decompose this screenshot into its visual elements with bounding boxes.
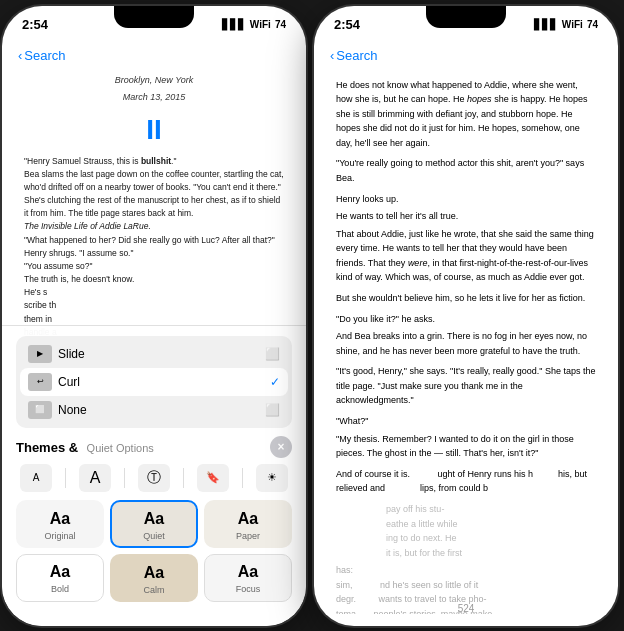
time-right: 2:54 xyxy=(334,17,360,32)
slide-label: Slide xyxy=(58,347,85,361)
transition-slide[interactable]: ▶ Slide ⬜ xyxy=(20,340,288,368)
signal-icon-right: ▋▋▋ xyxy=(534,19,558,30)
status-bar-right: 2:54 ▋▋▋ WiFi 74 xyxy=(314,6,618,38)
font-small-a: A xyxy=(33,472,40,483)
font-large-a: A xyxy=(90,469,101,487)
theme-bold-name: Bold xyxy=(51,584,69,594)
back-label-left: Search xyxy=(24,48,65,63)
book-date: March 13, 2015 xyxy=(24,91,284,105)
theme-calm[interactable]: Aa Calm xyxy=(110,554,198,602)
font-separator-1 xyxy=(65,468,66,488)
status-bar-left: 2:54 ▋▋▋ WiFi 74 xyxy=(2,6,306,38)
font-separator-2 xyxy=(124,468,125,488)
theme-quiet-name: Quiet xyxy=(143,531,165,541)
chevron-left-icon: ‹ xyxy=(18,48,22,63)
theme-original-name: Original xyxy=(44,531,75,541)
transition-none[interactable]: ⬜ None ⬜ xyxy=(20,396,288,424)
back-button-right[interactable]: ‹ Search xyxy=(330,48,378,63)
wifi-icon-right: WiFi xyxy=(562,19,583,30)
wifi-icon: WiFi xyxy=(250,19,271,30)
none-icon: ⬜ xyxy=(28,401,52,419)
theme-paper[interactable]: Aa Paper xyxy=(204,500,292,548)
book-text-left: "Henry Samuel Strauss, this is bullshit.… xyxy=(24,155,284,339)
font-controls: A A Ⓣ 🔖 ☀ xyxy=(16,464,292,492)
theme-quiet[interactable]: Aa Quiet xyxy=(110,500,198,548)
book-content-right: He does not know what happened to Addie,… xyxy=(314,74,618,614)
font-flag-icon: 🔖 xyxy=(206,471,220,484)
battery-left: 74 xyxy=(275,19,286,30)
theme-bold[interactable]: Aa Bold xyxy=(16,554,104,602)
font-large-button[interactable]: A xyxy=(79,464,111,492)
time-left: 2:54 xyxy=(22,17,48,32)
font-separator-3 xyxy=(183,468,184,488)
theme-paper-preview: Aa xyxy=(238,510,258,528)
transition-options: ▶ Slide ⬜ ↩ Curl ✓ ⬜ None xyxy=(16,336,292,428)
book-chapter: II xyxy=(24,109,284,151)
theme-grid: Aa Original Aa Quiet Aa Paper Aa Bold Aa xyxy=(16,500,292,602)
theme-original[interactable]: Aa Original xyxy=(16,500,104,548)
font-type-icon: Ⓣ xyxy=(147,469,161,487)
book-content-left: Brooklyn, New York March 13, 2015 II "He… xyxy=(2,74,306,354)
status-icons-left: ▋▋▋ WiFi 74 xyxy=(222,19,286,30)
brightness-button[interactable]: ☀ xyxy=(256,464,288,492)
slide-icon: ▶ xyxy=(28,345,52,363)
curl-icon: ↩ xyxy=(28,373,52,391)
theme-calm-name: Calm xyxy=(143,585,164,595)
theme-paper-name: Paper xyxy=(236,531,260,541)
slide-check: ⬜ xyxy=(265,347,280,361)
nav-bar-left: ‹ Search xyxy=(2,38,306,74)
transition-curl[interactable]: ↩ Curl ✓ xyxy=(20,368,288,396)
back-label-right: Search xyxy=(336,48,377,63)
close-button[interactable]: × xyxy=(270,436,292,458)
nav-bar-right: ‹ Search xyxy=(314,38,618,74)
theme-focus-preview: Aa xyxy=(238,563,258,581)
theme-quiet-preview: Aa xyxy=(144,510,164,528)
theme-focus-name: Focus xyxy=(236,584,261,594)
none-check: ⬜ xyxy=(265,403,280,417)
theme-calm-preview: Aa xyxy=(144,564,164,582)
themes-title: Themes & xyxy=(16,440,78,455)
signal-icon: ▋▋▋ xyxy=(222,19,246,30)
theme-focus[interactable]: Aa Focus xyxy=(204,554,292,602)
curl-check: ✓ xyxy=(270,375,280,389)
right-phone: 2:54 ▋▋▋ WiFi 74 ‹ Search He does not kn… xyxy=(314,6,618,626)
font-separator-4 xyxy=(242,468,243,488)
status-icons-right: ▋▋▋ WiFi 74 xyxy=(534,19,598,30)
themes-subtitle: Quiet Options xyxy=(87,442,154,454)
bottom-panel: ▶ Slide ⬜ ↩ Curl ✓ ⬜ None xyxy=(2,325,306,626)
book-location: Brooklyn, New York xyxy=(24,74,284,88)
battery-right: 74 xyxy=(587,19,598,30)
theme-original-preview: Aa xyxy=(50,510,70,528)
phones-container: 2:54 ▋▋▋ WiFi 74 ‹ Search Brooklyn, New … xyxy=(2,6,622,626)
font-type-button[interactable]: Ⓣ xyxy=(138,464,170,492)
left-phone: 2:54 ▋▋▋ WiFi 74 ‹ Search Brooklyn, New … xyxy=(2,6,306,626)
font-flag-button[interactable]: 🔖 xyxy=(197,464,229,492)
page-number: 524 xyxy=(458,603,475,614)
chevron-left-icon-right: ‹ xyxy=(330,48,334,63)
brightness-icon: ☀ xyxy=(267,471,277,484)
curl-label: Curl xyxy=(58,375,80,389)
font-small-button[interactable]: A xyxy=(20,464,52,492)
themes-header: Themes & Quiet Options × xyxy=(16,436,292,458)
theme-bold-preview: Aa xyxy=(50,563,70,581)
none-label: None xyxy=(58,403,87,417)
back-button-left[interactable]: ‹ Search xyxy=(18,48,66,63)
